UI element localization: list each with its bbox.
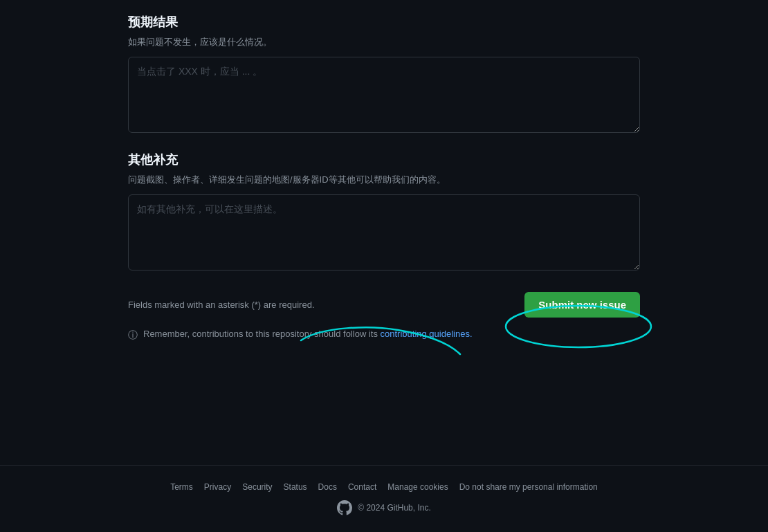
other-info-title: 其他补充	[128, 152, 640, 168]
expected-results-title: 预期结果	[128, 14, 640, 30]
form-actions: Fields marked with an asterisk (*) are r…	[128, 292, 640, 318]
main-content: 预期结果 如果问题不发生，应该是什么情况。 其他补充 问题截图、操作者、详细发生…	[73, 0, 695, 465]
footer-link-docs[interactable]: Docs	[318, 482, 337, 492]
github-logo-icon	[337, 500, 352, 515]
submit-button[interactable]: Submit new issue	[524, 292, 640, 318]
footer: Terms Privacy Security Status Docs Conta…	[0, 465, 768, 532]
info-icon: ⓘ	[128, 329, 138, 342]
footer-link-status[interactable]: Status	[284, 482, 307, 492]
other-info-textarea[interactable]	[128, 194, 640, 270]
footer-bottom: © 2024 GitHub, Inc.	[14, 500, 754, 515]
contribution-note: ⓘ Remember, contributions to this reposi…	[128, 329, 640, 342]
footer-nav: Terms Privacy Security Status Docs Conta…	[14, 482, 754, 492]
page-wrapper: 预期结果 如果问题不发生，应该是什么情况。 其他补充 问题截图、操作者、详细发生…	[0, 0, 768, 532]
expected-results-description: 如果问题不发生，应该是什么情况。	[128, 36, 640, 48]
contributing-link[interactable]: contributing guidelines.	[381, 329, 473, 339]
copyright-text: © 2024 GitHub, Inc.	[358, 503, 431, 513]
footer-link-terms[interactable]: Terms	[170, 482, 193, 492]
expected-results-textarea[interactable]	[128, 57, 640, 133]
footer-link-privacy[interactable]: Privacy	[204, 482, 231, 492]
form-actions-area: Fields marked with an asterisk (*) are r…	[128, 292, 640, 342]
other-info-section: 其他补充 问题截图、操作者、详细发生问题的地图/服务器ID等其他可以帮助我们的内…	[128, 152, 640, 273]
footer-link-manage-cookies[interactable]: Manage cookies	[387, 482, 448, 492]
other-info-description: 问题截图、操作者、详细发生问题的地图/服务器ID等其他可以帮助我们的内容。	[128, 174, 640, 186]
footer-link-security[interactable]: Security	[242, 482, 272, 492]
required-note: Fields marked with an asterisk (*) are r…	[128, 300, 315, 310]
expected-results-section: 预期结果 如果问题不发生，应该是什么情况。	[128, 14, 640, 135]
footer-link-contact[interactable]: Contact	[348, 482, 376, 492]
footer-link-do-not-share[interactable]: Do not share my personal information	[459, 482, 598, 492]
contribution-text: Remember, contributions to this reposito…	[143, 329, 473, 339]
